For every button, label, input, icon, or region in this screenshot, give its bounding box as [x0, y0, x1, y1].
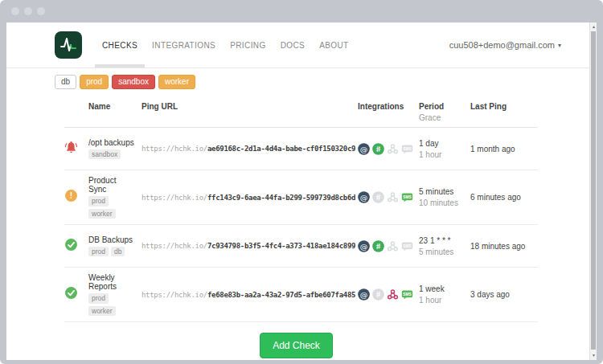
period-value: 1 week	[419, 284, 470, 293]
grace-warning-icon: !	[64, 189, 78, 202]
period-value: 1 day	[419, 139, 470, 148]
check-tag: worker	[88, 306, 116, 317]
slack-integration-icon[interactable]: #	[372, 288, 384, 301]
grace-value: 1 hour	[419, 150, 470, 159]
status-cell	[64, 141, 88, 157]
up-check-icon	[64, 238, 78, 252]
status-cell: !	[64, 189, 88, 206]
slack-integration-icon[interactable]: #	[372, 143, 384, 155]
window-dot[interactable]	[24, 7, 32, 15]
nav-item-pricing[interactable]: PRICING	[223, 22, 273, 67]
period-cell: 23 1 * * *5 minutes	[419, 236, 470, 256]
url-prefix: https://hchk.io/	[142, 291, 207, 299]
header-grace: Grace	[419, 113, 470, 122]
chevron-down-icon: ▾	[558, 42, 561, 49]
ping-url[interactable]: https://hchk.io/ffc143c9-6aea-44fa-b299-…	[142, 194, 358, 202]
url-prefix: https://hchk.io/	[142, 194, 207, 202]
check-name: DB Backups	[88, 235, 135, 244]
svg-text:@: @	[360, 144, 368, 153]
header-ping-url: Ping URL	[142, 102, 358, 111]
navbar: CHECKSINTEGRATIONSPRICINGDOCSABOUT cuu50…	[6, 22, 597, 68]
check-name: Product Sync	[88, 176, 135, 194]
ping-url[interactable]: https://hchk.io/ae69168c-2d1a-4d4a-babe-…	[142, 145, 358, 153]
account-email: cuu508+demo@gmail.com	[449, 40, 555, 50]
slack-integration-icon[interactable]: #	[372, 191, 384, 203]
url-uuid: 7c934798-b3f5-4fc4-a373-418ae184c899	[207, 242, 355, 250]
sms-integration-icon[interactable]: SMS	[401, 191, 413, 203]
grace-value: 5 minutes	[419, 247, 470, 256]
last-ping-cell: 1 month ago	[470, 145, 538, 153]
app-logo[interactable]	[55, 31, 82, 59]
email-integration-icon[interactable]: @	[358, 143, 370, 155]
url-prefix: https://hchk.io/	[142, 145, 207, 153]
window-titlebar	[0, 0, 603, 22]
check-name-cell[interactable]: Weekly Reportsprodworker	[88, 273, 142, 316]
url-prefix: https://hchk.io/	[142, 242, 207, 250]
scrollbar-thumb[interactable]	[591, 31, 596, 350]
last-ping-cell: 18 minutes ago	[470, 242, 538, 251]
email-integration-icon[interactable]: @	[358, 240, 370, 252]
check-row: DB Backupsproddbhttps://hchk.io/7c934798…	[64, 225, 538, 268]
webhook-integration-icon[interactable]	[387, 288, 399, 301]
sms-integration-icon[interactable]: SMS	[401, 288, 413, 301]
add-check-button[interactable]: Add Check	[260, 333, 333, 358]
browser-window: CHECKSINTEGRATIONSPRICINGDOCSABOUT cuu50…	[0, 0, 603, 364]
check-name-cell[interactable]: /opt backupssandbox	[88, 138, 142, 160]
nav-item-integrations[interactable]: INTEGRATIONS	[145, 22, 223, 67]
alert-bell-icon	[64, 141, 78, 154]
grace-value: 10 minutes	[419, 198, 470, 207]
period-cell: 1 week1 hour	[419, 284, 470, 305]
svg-text:@: @	[360, 241, 368, 250]
check-tag: worker	[88, 209, 116, 219]
last-ping-cell: 3 days ago	[470, 290, 538, 299]
nav-item-docs[interactable]: DOCS	[273, 22, 313, 67]
account-menu[interactable]: cuu508+demo@gmail.com ▾	[449, 22, 561, 67]
check-row: Weekly Reportsprodworkerhttps://hchk.io/…	[64, 268, 538, 322]
check-name-cell[interactable]: Product Syncprodworker	[88, 176, 142, 219]
scroll-up-icon[interactable]: ▲	[590, 22, 597, 31]
filter-tag-prod[interactable]: prod	[80, 75, 109, 89]
webhook-integration-icon[interactable]	[387, 143, 399, 155]
period-cell: 1 day1 hour	[419, 139, 470, 159]
status-cell	[64, 238, 88, 255]
svg-text:SMS: SMS	[403, 243, 412, 247]
webhook-integration-icon[interactable]	[387, 240, 399, 252]
period-value: 23 1 * * *	[419, 236, 470, 245]
ping-url[interactable]: https://hchk.io/7c934798-b3f5-4fc4-a373-…	[142, 242, 358, 250]
period-value: 5 minutes	[419, 187, 470, 196]
window-dot[interactable]	[37, 7, 45, 15]
check-name-cell[interactable]: DB Backupsproddb	[88, 235, 142, 257]
header-integrations: Integrations	[358, 102, 419, 111]
check-tag: sandbox	[88, 149, 121, 160]
email-integration-icon[interactable]: @	[358, 288, 370, 301]
sms-integration-icon[interactable]: SMS	[401, 240, 413, 252]
status-cell	[64, 286, 88, 303]
check-tag: prod	[88, 293, 109, 304]
table-body: /opt backupssandboxhttps://hchk.io/ae691…	[64, 128, 538, 322]
webhook-integration-icon[interactable]	[387, 191, 399, 203]
filter-tag-worker[interactable]: worker	[158, 75, 195, 89]
filter-tags: dbprodsandboxworker	[55, 75, 538, 89]
slack-integration-icon[interactable]: #	[372, 240, 384, 252]
grace-value: 1 hour	[419, 296, 470, 305]
nav-item-checks[interactable]: CHECKS	[95, 22, 145, 67]
header-last-ping: Last Ping	[470, 102, 538, 111]
app-page: CHECKSINTEGRATIONSPRICINGDOCSABOUT cuu50…	[6, 22, 597, 360]
filter-tag-db[interactable]: db	[55, 75, 76, 89]
integrations-cell: @#SMS	[358, 288, 419, 301]
check-tag: prod	[88, 196, 109, 207]
email-integration-icon[interactable]: @	[358, 191, 370, 203]
integrations-cell: @#SMS	[358, 143, 419, 155]
check-tag: prod	[88, 247, 109, 257]
ping-url[interactable]: https://hchk.io/fe68e83b-aa2a-43a2-97d5-…	[142, 291, 358, 299]
integrations-cell: @#SMS	[358, 240, 419, 252]
scrollbar[interactable]: ▲ ▼	[589, 22, 597, 360]
sms-integration-icon[interactable]: SMS	[401, 143, 413, 155]
svg-text:!: !	[70, 191, 72, 200]
check-tag: db	[111, 247, 125, 257]
window-dot[interactable]	[11, 7, 19, 15]
scroll-down-icon[interactable]: ▼	[590, 351, 597, 360]
nav-item-about[interactable]: ABOUT	[312, 22, 355, 67]
url-uuid: fe68e83b-aa2a-43a2-97d5-afbe607fa485	[207, 291, 355, 299]
filter-tag-sandbox[interactable]: sandbox	[112, 75, 155, 89]
